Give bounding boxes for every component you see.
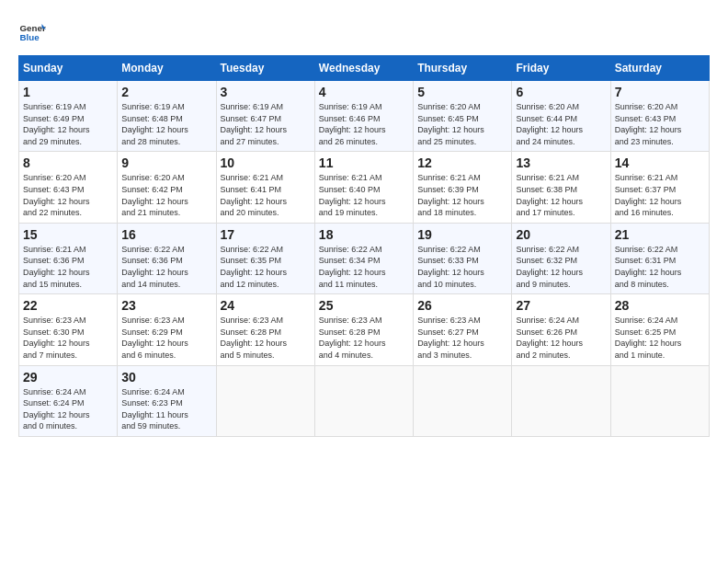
calendar-week-4: 22Sunrise: 6:23 AMSunset: 6:30 PMDayligh… (19, 294, 710, 365)
calendar-cell: 4Sunrise: 6:19 AMSunset: 6:46 PMDaylight… (314, 81, 413, 152)
calendar-cell: 7Sunrise: 6:20 AMSunset: 6:43 PMDaylight… (610, 81, 709, 152)
day-info: Sunrise: 6:24 AMSunset: 6:25 PMDaylight:… (615, 315, 705, 361)
day-number: 5 (417, 85, 507, 99)
calendar-week-3: 15Sunrise: 6:21 AMSunset: 6:36 PMDayligh… (19, 223, 710, 293)
calendar-cell (512, 365, 610, 436)
calendar-cell (216, 365, 314, 436)
calendar-cell: 28Sunrise: 6:24 AMSunset: 6:25 PMDayligh… (610, 294, 709, 365)
day-header-thursday: Thursday (414, 56, 512, 81)
calendar-cell: 3Sunrise: 6:19 AMSunset: 6:47 PMDaylight… (216, 81, 314, 152)
calendar-cell: 6Sunrise: 6:20 AMSunset: 6:44 PMDaylight… (512, 81, 610, 152)
calendar-week-1: 1Sunrise: 6:19 AMSunset: 6:49 PMDaylight… (19, 81, 710, 152)
calendar-cell: 24Sunrise: 6:23 AMSunset: 6:28 PMDayligh… (216, 294, 314, 365)
calendar-cell: 29Sunrise: 6:24 AMSunset: 6:24 PMDayligh… (19, 365, 118, 436)
day-number: 11 (319, 155, 409, 170)
calendar-table: SundayMondayTuesdayWednesdayThursdayFrid… (18, 55, 710, 437)
day-info: Sunrise: 6:24 AMSunset: 6:26 PMDaylight:… (516, 315, 606, 361)
day-number: 16 (121, 227, 211, 242)
day-number: 6 (516, 85, 606, 99)
day-info: Sunrise: 6:22 AMSunset: 6:35 PMDaylight:… (221, 244, 311, 290)
day-info: Sunrise: 6:20 AMSunset: 6:44 PMDaylight:… (516, 101, 606, 147)
day-number: 10 (221, 155, 311, 170)
calendar-cell: 27Sunrise: 6:24 AMSunset: 6:26 PMDayligh… (512, 294, 610, 365)
day-info: Sunrise: 6:24 AMSunset: 6:23 PMDaylight:… (121, 386, 211, 432)
day-number: 22 (23, 298, 113, 313)
page-header: General Blue (18, 18, 710, 46)
day-number: 4 (319, 85, 409, 99)
calendar-cell: 22Sunrise: 6:23 AMSunset: 6:30 PMDayligh… (19, 294, 118, 365)
day-info: Sunrise: 6:21 AMSunset: 6:36 PMDaylight:… (23, 244, 113, 290)
calendar-cell: 14Sunrise: 6:21 AMSunset: 6:37 PMDayligh… (610, 152, 709, 223)
day-info: Sunrise: 6:19 AMSunset: 6:49 PMDaylight:… (23, 101, 113, 147)
calendar-cell: 11Sunrise: 6:21 AMSunset: 6:40 PMDayligh… (314, 152, 413, 223)
calendar-cell: 16Sunrise: 6:22 AMSunset: 6:36 PMDayligh… (118, 223, 216, 293)
day-info: Sunrise: 6:21 AMSunset: 6:39 PMDaylight:… (417, 172, 507, 218)
day-number: 21 (615, 227, 705, 242)
calendar-cell: 26Sunrise: 6:23 AMSunset: 6:27 PMDayligh… (414, 294, 512, 365)
day-info: Sunrise: 6:23 AMSunset: 6:28 PMDaylight:… (221, 315, 311, 361)
day-number: 9 (121, 155, 211, 170)
day-number: 12 (417, 155, 507, 170)
day-number: 27 (516, 298, 606, 313)
day-info: Sunrise: 6:22 AMSunset: 6:33 PMDaylight:… (417, 244, 507, 290)
day-number: 1 (23, 85, 113, 99)
day-header-monday: Monday (118, 56, 216, 81)
calendar-cell: 15Sunrise: 6:21 AMSunset: 6:36 PMDayligh… (19, 223, 118, 293)
day-info: Sunrise: 6:24 AMSunset: 6:24 PMDaylight:… (23, 386, 113, 432)
day-number: 20 (516, 227, 606, 242)
day-info: Sunrise: 6:22 AMSunset: 6:32 PMDaylight:… (516, 244, 606, 290)
day-info: Sunrise: 6:20 AMSunset: 6:42 PMDaylight:… (121, 172, 211, 218)
day-number: 29 (23, 370, 113, 385)
day-number: 7 (615, 85, 705, 99)
calendar-week-5: 29Sunrise: 6:24 AMSunset: 6:24 PMDayligh… (19, 365, 710, 436)
svg-text:Blue: Blue (20, 32, 40, 42)
calendar-cell: 30Sunrise: 6:24 AMSunset: 6:23 PMDayligh… (118, 365, 216, 436)
logo: General Blue (18, 18, 46, 46)
day-info: Sunrise: 6:21 AMSunset: 6:37 PMDaylight:… (615, 172, 705, 218)
calendar-cell: 1Sunrise: 6:19 AMSunset: 6:49 PMDaylight… (19, 81, 118, 152)
calendar-cell: 9Sunrise: 6:20 AMSunset: 6:42 PMDaylight… (118, 152, 216, 223)
calendar-cell (610, 365, 709, 436)
day-number: 26 (417, 298, 507, 313)
calendar-cell: 10Sunrise: 6:21 AMSunset: 6:41 PMDayligh… (216, 152, 314, 223)
day-info: Sunrise: 6:22 AMSunset: 6:36 PMDaylight:… (121, 244, 211, 290)
calendar-cell: 12Sunrise: 6:21 AMSunset: 6:39 PMDayligh… (414, 152, 512, 223)
calendar-cell: 21Sunrise: 6:22 AMSunset: 6:31 PMDayligh… (610, 223, 709, 293)
calendar-cell (414, 365, 512, 436)
day-number: 23 (121, 298, 211, 313)
calendar-cell: 17Sunrise: 6:22 AMSunset: 6:35 PMDayligh… (216, 223, 314, 293)
day-header-wednesday: Wednesday (314, 56, 413, 81)
calendar-cell: 5Sunrise: 6:20 AMSunset: 6:45 PMDaylight… (414, 81, 512, 152)
calendar-cell: 18Sunrise: 6:22 AMSunset: 6:34 PMDayligh… (314, 223, 413, 293)
day-info: Sunrise: 6:19 AMSunset: 6:47 PMDaylight:… (221, 101, 311, 147)
day-number: 30 (121, 370, 211, 385)
day-info: Sunrise: 6:20 AMSunset: 6:45 PMDaylight:… (417, 101, 507, 147)
calendar-week-2: 8Sunrise: 6:20 AMSunset: 6:43 PMDaylight… (19, 152, 710, 223)
day-info: Sunrise: 6:23 AMSunset: 6:30 PMDaylight:… (23, 315, 113, 361)
calendar-cell: 25Sunrise: 6:23 AMSunset: 6:28 PMDayligh… (314, 294, 413, 365)
calendar-cell: 2Sunrise: 6:19 AMSunset: 6:48 PMDaylight… (118, 81, 216, 152)
day-info: Sunrise: 6:21 AMSunset: 6:40 PMDaylight:… (319, 172, 409, 218)
day-number: 17 (221, 227, 311, 242)
calendar-cell (314, 365, 413, 436)
day-info: Sunrise: 6:23 AMSunset: 6:29 PMDaylight:… (121, 315, 211, 361)
day-header-sunday: Sunday (19, 56, 118, 81)
day-number: 24 (221, 298, 311, 313)
day-info: Sunrise: 6:22 AMSunset: 6:31 PMDaylight:… (615, 244, 705, 290)
day-info: Sunrise: 6:19 AMSunset: 6:46 PMDaylight:… (319, 101, 409, 147)
day-info: Sunrise: 6:21 AMSunset: 6:41 PMDaylight:… (221, 172, 311, 218)
calendar-cell: 8Sunrise: 6:20 AMSunset: 6:43 PMDaylight… (19, 152, 118, 223)
day-info: Sunrise: 6:22 AMSunset: 6:34 PMDaylight:… (319, 244, 409, 290)
day-info: Sunrise: 6:20 AMSunset: 6:43 PMDaylight:… (615, 101, 705, 147)
calendar-header-row: SundayMondayTuesdayWednesdayThursdayFrid… (19, 56, 710, 81)
day-header-tuesday: Tuesday (216, 56, 314, 81)
day-number: 19 (417, 227, 507, 242)
calendar-cell: 20Sunrise: 6:22 AMSunset: 6:32 PMDayligh… (512, 223, 610, 293)
logo-icon: General Blue (18, 18, 46, 46)
day-header-friday: Friday (512, 56, 610, 81)
day-number: 28 (615, 298, 705, 313)
day-number: 13 (516, 155, 606, 170)
day-info: Sunrise: 6:21 AMSunset: 6:38 PMDaylight:… (516, 172, 606, 218)
day-number: 2 (121, 85, 211, 99)
day-info: Sunrise: 6:20 AMSunset: 6:43 PMDaylight:… (23, 172, 113, 218)
